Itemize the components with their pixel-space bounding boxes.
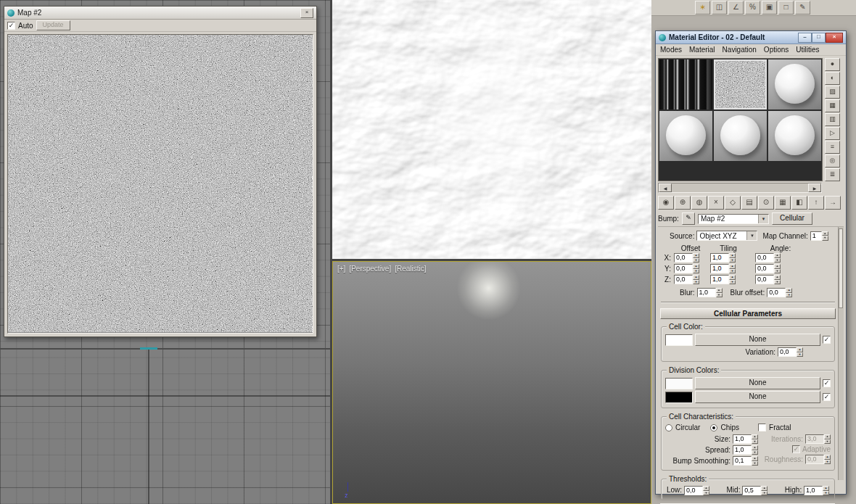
menu-utilities[interactable]: Utilities [796, 46, 819, 54]
sample-type-icon[interactable]: ● [825, 58, 840, 71]
spinner-snap-icon[interactable]: ▣ [762, 1, 777, 15]
material-map-navigator-icon[interactable]: ≣ [825, 168, 840, 181]
blur-spinner[interactable]: 1,0 [697, 288, 723, 297]
cell-color-swatch[interactable] [665, 334, 693, 346]
circular-radio[interactable] [665, 424, 672, 431]
viewport-perspective[interactable]: [+] [Perspective] [Realistic] z [332, 261, 651, 504]
division-color-2-swatch[interactable] [665, 392, 693, 403]
background-icon[interactable]: ▨ [825, 86, 840, 99]
parameters-panel: Source: Object XYZ Map Channel: 1 Offset… [658, 226, 844, 492]
division-color-2-checkbox[interactable]: ✓ [823, 393, 831, 401]
options-icon[interactable]: ≡ [825, 141, 840, 154]
material-id-channel-icon[interactable]: ⊙ [758, 196, 774, 210]
sample-uv-tiling-icon[interactable]: ▦ [825, 99, 840, 112]
tiling-z-spinner[interactable]: 1,0 [710, 275, 736, 284]
video-color-check-icon[interactable]: ▥ [825, 113, 840, 126]
menu-navigation[interactable]: Navigation [723, 46, 757, 54]
sample-slot-5[interactable] [714, 111, 767, 161]
maximize-button[interactable]: □ [812, 33, 826, 43]
menu-options[interactable]: Options [764, 46, 789, 54]
menu-modes[interactable]: Modes [660, 46, 682, 54]
offset-x-spinner[interactable]: 0,0 [674, 253, 699, 263]
go-to-parent-icon[interactable]: ↑ [808, 196, 824, 210]
viewport-menu-general[interactable]: [+] [337, 265, 345, 273]
tiling-x-spinner[interactable]: 1,0 [710, 253, 736, 263]
chips-radio[interactable] [710, 424, 717, 431]
reset-map-icon[interactable]: × [708, 196, 724, 210]
spread-spinner[interactable]: 1,0 [733, 445, 758, 455]
mirror-tool-icon[interactable]: ∗ [695, 1, 710, 15]
map-window-close-button[interactable]: × [300, 8, 313, 18]
slot-scroll-right-icon[interactable] [808, 183, 821, 192]
show-end-result-icon[interactable]: ◧ [791, 196, 807, 210]
angle-z-spinner[interactable]: 0,0 [755, 275, 781, 284]
sample-slot-6[interactable] [768, 111, 821, 161]
slot-scrollbar[interactable] [658, 183, 822, 193]
blur-offset-spinner[interactable]: 0,0 [767, 288, 792, 297]
mid-spinner[interactable]: 0,5 [742, 486, 767, 495]
sample-slot-4[interactable] [659, 111, 712, 161]
angle-x-spinner[interactable]: 0,0 [755, 253, 781, 263]
chevron-down-icon[interactable] [758, 215, 768, 223]
viewport-texture-preview[interactable] [332, 0, 651, 259]
angle-snap-icon[interactable]: ∠ [728, 1, 744, 15]
division-color-1-swatch[interactable] [665, 378, 693, 389]
percent-snap-icon[interactable]: % [745, 1, 760, 15]
put-material-to-scene-icon[interactable]: ⊕ [675, 196, 691, 210]
high-spinner[interactable]: 1,0 [804, 486, 829, 495]
named-selection-sets-icon[interactable]: □ [778, 1, 794, 15]
make-preview-icon[interactable]: ▷ [825, 127, 840, 140]
viewport-menu-pov[interactable]: [Perspective] [349, 265, 391, 273]
fractal-checkbox[interactable] [758, 424, 766, 431]
put-to-library-icon[interactable]: ▤ [741, 196, 757, 210]
menu-material[interactable]: Material [689, 46, 715, 54]
map-window-title: Map #2 [17, 9, 41, 17]
adaptive-checkbox: ✓ [792, 445, 800, 453]
low-spinner[interactable]: 0,0 [684, 486, 709, 495]
assign-material-icon[interactable]: ◍ [691, 196, 707, 210]
cell-color-map-checkbox[interactable]: ✓ [823, 336, 831, 344]
map-window-titlebar[interactable]: Map #2 × [4, 7, 316, 20]
division-color-2-map-button[interactable]: None [695, 391, 820, 403]
map-channel-spinner[interactable]: 1 [810, 231, 828, 241]
bump-smoothing-spinner[interactable]: 0,1 [733, 456, 758, 466]
minimize-button[interactable]: – [798, 33, 812, 43]
division-color-1-checkbox[interactable]: ✓ [823, 379, 831, 387]
variation-spinner[interactable]: 0,0 [778, 347, 803, 357]
offset-z-spinner[interactable]: 0,0 [674, 275, 699, 284]
size-spinner[interactable]: 1,0 [733, 434, 758, 444]
cell-color-map-button[interactable]: None [695, 334, 820, 346]
division-color-1-map-button[interactable]: None [695, 377, 820, 389]
viewport-menu-shading[interactable]: [Realistic] [395, 265, 426, 273]
offset-y-spinner[interactable]: 0,0 [674, 264, 699, 273]
scrollbar-thumb[interactable] [839, 228, 843, 308]
noise-texture-render [8, 35, 313, 332]
source-row: Source: Object XYZ Map Channel: 1 [659, 231, 836, 241]
backlight-icon[interactable]: ◐ [825, 72, 840, 85]
angle-y-spinner[interactable]: 0,0 [755, 264, 781, 273]
pick-material-icon[interactable]: ✎ [682, 212, 695, 225]
parameters-scrollbar[interactable] [838, 227, 844, 480]
sample-slot-3[interactable] [768, 59, 821, 110]
source-dropdown[interactable]: Object XYZ [696, 231, 757, 241]
tiling-y-spinner[interactable]: 1,0 [710, 264, 736, 273]
show-map-in-viewport-icon[interactable]: ▦ [775, 196, 791, 210]
snap-toggle-icon[interactable]: ◫ [712, 1, 727, 15]
map-noise-preview [7, 34, 313, 334]
chevron-down-icon[interactable] [746, 231, 757, 240]
cellular-parameters-rollout[interactable]: Cellular Parameters [660, 308, 836, 319]
sample-slot-1[interactable] [659, 59, 712, 110]
close-button[interactable]: × [826, 33, 843, 43]
auto-checkbox[interactable]: ✓ [7, 22, 15, 30]
make-material-copy-icon[interactable]: ◇ [725, 196, 741, 210]
go-forward-to-sibling-icon[interactable]: → [825, 196, 841, 210]
sample-slot-2-active[interactable] [714, 59, 767, 110]
material-editor-titlebar[interactable]: Material Editor - 02 - Default – □ × [656, 31, 846, 44]
map-type-button[interactable]: Cellular [772, 212, 812, 225]
select-by-material-icon[interactable]: ◎ [825, 154, 840, 168]
get-material-icon[interactable]: ◉ [658, 196, 674, 210]
edit-tool-icon[interactable]: ✎ [795, 1, 810, 15]
map-name-dropdown[interactable]: Map #2 [698, 214, 769, 224]
update-button[interactable]: Update [36, 20, 70, 30]
slot-scroll-left-icon[interactable] [659, 183, 672, 192]
